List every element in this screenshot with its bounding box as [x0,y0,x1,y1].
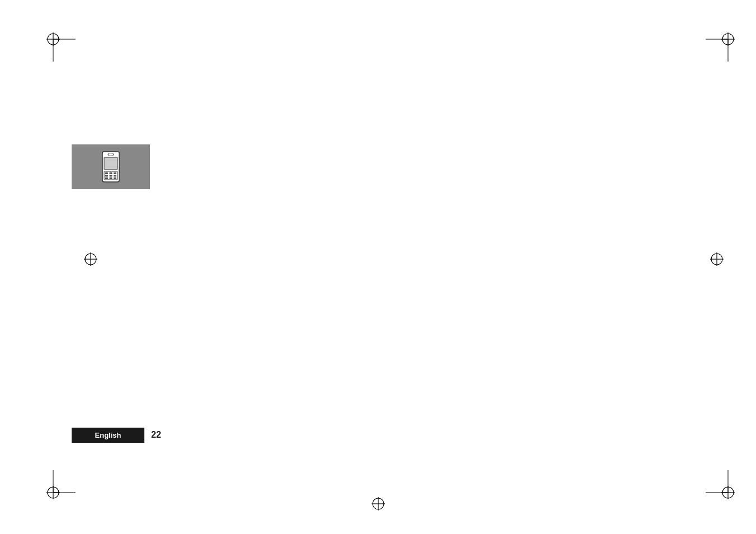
language-label: English [72,428,144,443]
svg-rect-38 [114,175,116,177]
svg-rect-35 [114,172,116,174]
svg-rect-34 [110,172,112,174]
page-number: 22 [144,427,168,443]
reg-mark-middle-left [79,248,102,273]
svg-rect-39 [105,177,108,179]
svg-rect-37 [110,175,112,177]
reg-mark-bottom-center [367,493,389,517]
svg-rect-33 [105,172,108,174]
reg-mark-top-left [31,17,76,64]
svg-rect-40 [110,177,112,179]
footer-bar: English 22 [72,427,168,443]
svg-rect-36 [105,175,108,177]
svg-rect-31 [104,157,118,170]
reg-mark-bottom-left [31,470,76,517]
svg-rect-41 [114,177,116,179]
phone-icon [100,151,121,183]
reg-mark-middle-right [706,248,728,273]
phone-image-box [72,144,150,189]
reg-mark-bottom-right [706,470,750,517]
reg-mark-top-right [706,17,750,64]
